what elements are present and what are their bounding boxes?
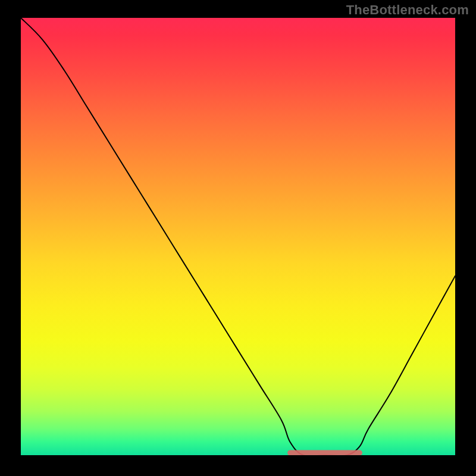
- bottleneck-curve: [21, 18, 455, 455]
- chart-svg: [21, 18, 455, 455]
- chart-frame: TheBottleneck.com: [0, 0, 476, 476]
- plot-area: [21, 18, 455, 455]
- watermark-text: TheBottleneck.com: [346, 2, 469, 18]
